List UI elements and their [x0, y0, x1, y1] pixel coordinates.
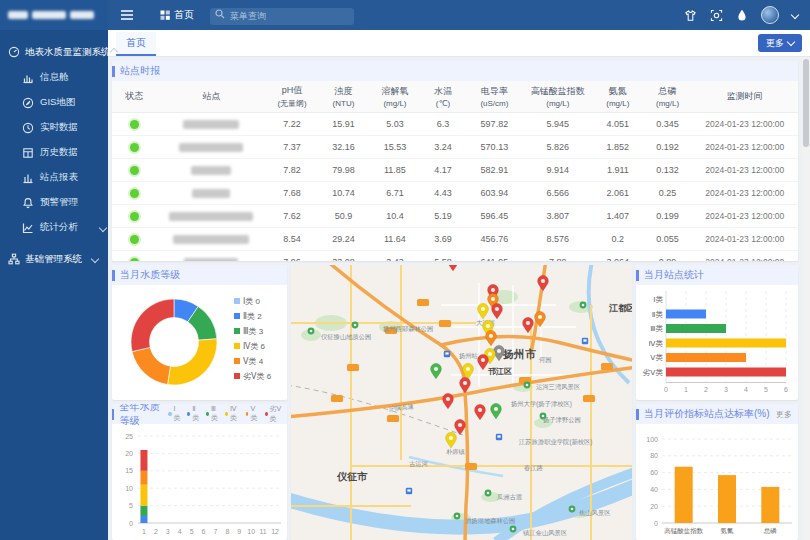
compliance-chart: 020406080100高锰酸盐指数氨氮总磷 [636, 424, 798, 538]
table-cell: 5.826 [524, 136, 593, 159]
table-cell: 7.62 [266, 205, 317, 228]
map-poi-label: 润扬湿地森林公园 [465, 517, 515, 525]
table-cell: 4.17 [421, 159, 466, 182]
table-cell: 10.4 [369, 205, 420, 228]
logo-redacted-block [70, 11, 94, 19]
table-cell: 33.08 [318, 251, 369, 262]
table-cell: 15.53 [369, 136, 420, 159]
monitor-time-cell: 2024-01-23 12:00:00 [692, 136, 798, 159]
park-poi-icon [524, 382, 531, 389]
table-row: 7.9633.083.435.58641.957.893.0640.892024… [112, 251, 798, 262]
monitor-time-cell: 2024-01-23 12:00:00 [692, 205, 798, 228]
sidebar-group-surface-water-system[interactable]: 地表水质量监测系统 [0, 39, 108, 65]
table-cell: 596.45 [465, 205, 523, 228]
svg-text:5: 5 [129, 502, 133, 509]
stack-segment-Ⅲ类[interactable] [140, 506, 147, 516]
app-logo [0, 0, 108, 30]
svg-text:Ⅴ类: Ⅴ类 [650, 353, 663, 362]
donut-slice-Ⅳ类[interactable] [168, 339, 217, 385]
sidebar-item-实时数据[interactable]: 实时数据 [0, 115, 108, 140]
stack-segment-Ⅳ类[interactable] [140, 485, 147, 506]
sidebar-item-预警管理[interactable]: 预警管理 [0, 190, 108, 215]
monitor-time-cell: 2024-01-23 12:00:00 [692, 113, 798, 136]
sidebar-item-统计分析[interactable]: 统计分析 [0, 215, 108, 240]
panel-title-bar: 站点时报 [112, 61, 798, 81]
hbar-Ⅲ类[interactable] [666, 324, 726, 333]
transport-poi-icon [582, 338, 588, 344]
transport-poi-icon [496, 434, 502, 440]
city-map[interactable]: 仪征捺山地质公园扬州西部森林公园大运河何园运河三湾风景区扬州大学(扬子津校区)扬… [291, 265, 632, 540]
table-cell: 0.345 [644, 113, 692, 136]
sidebar-group-base-management[interactable]: 基础管理系统 [0, 246, 108, 272]
hbar-Ⅱ类[interactable] [666, 310, 706, 319]
station-name-redacted [179, 143, 243, 152]
legend-label: Ⅰ类 0 [243, 297, 261, 306]
legend-swatch [234, 298, 240, 304]
tab-home[interactable]: 首页 [116, 32, 156, 56]
stack-segment-Ⅴ类[interactable] [140, 471, 147, 485]
map-poi-label: 焦山风景区 [579, 509, 611, 517]
legend-swatch [234, 358, 240, 364]
svg-text:总磷: 总磷 [763, 527, 778, 534]
sitemap-icon [8, 253, 20, 265]
screenshot-icon[interactable] [710, 9, 723, 22]
panel-title: 当月水质等级 [120, 268, 180, 282]
hbar-Ⅴ类[interactable] [666, 353, 746, 362]
table-cell: 0.055 [644, 228, 692, 251]
chevron-down-icon [99, 223, 107, 231]
svg-text:80: 80 [650, 452, 658, 459]
park-poi-icon [580, 302, 587, 309]
table-cell: 3.69 [421, 228, 466, 251]
scrollbar-thumb[interactable] [803, 59, 809, 147]
table-cell: 5.945 [524, 113, 593, 136]
annual-grade-panel: 全年水质等级 Ⅰ类Ⅱ类Ⅲ类Ⅳ类Ⅴ类劣Ⅴ类 0510152025123456789… [112, 404, 287, 540]
station-name-redacted [184, 258, 238, 261]
hamburger-menu-icon[interactable] [120, 9, 134, 21]
table-cell: 5.58 [421, 251, 466, 262]
table-cell: 4.43 [421, 182, 466, 205]
svg-text:12: 12 [271, 528, 279, 535]
map-panel[interactable]: 仪征捺山地质公园扬州西部森林公园大运河何园运河三湾风景区扬州大学(扬子津校区)扬… [291, 265, 632, 540]
hbar-劣Ⅴ类[interactable] [666, 368, 786, 377]
compliance-bar-高锰酸盐指数[interactable] [675, 467, 693, 523]
sidebar-item-站点报表[interactable]: 站点报表 [0, 165, 108, 190]
table-cell: 3.43 [369, 251, 420, 262]
chevron-down-icon [787, 38, 795, 46]
sidebar-item-信息舱[interactable]: 信息舱 [0, 65, 108, 90]
theme-shirt-icon[interactable] [684, 9, 697, 22]
svg-text:0: 0 [129, 520, 133, 527]
breadcrumb-home[interactable]: 首页 [160, 8, 194, 22]
more-button[interactable]: 更多 [758, 34, 802, 52]
donut-slice-劣Ⅴ类[interactable] [131, 299, 174, 352]
compliance-more-link[interactable]: 更多 [776, 409, 792, 420]
svg-text:8: 8 [225, 528, 229, 535]
donut-slice-Ⅴ类[interactable] [132, 347, 170, 384]
legend-label: Ⅳ类 6 [243, 342, 266, 351]
menu-search-input[interactable] [210, 8, 354, 25]
map-city-label: 仪征市 [336, 471, 368, 482]
chevron-down-icon[interactable] [791, 11, 799, 19]
stack-segment-劣Ⅴ类[interactable] [140, 450, 147, 471]
table-cell: 6.3 [421, 113, 466, 136]
status-dot-normal [130, 166, 139, 175]
table-row: 8.5429.2411.643.69456.768.5760.20.055202… [112, 228, 798, 251]
hbar-Ⅳ类[interactable] [666, 339, 786, 348]
sidebar-item-GIS地图[interactable]: GIS地图 [0, 90, 108, 115]
stack-segment-Ⅱ类[interactable] [140, 516, 147, 523]
water-drop-icon[interactable] [736, 9, 748, 22]
column-header-状态: 状态 [112, 81, 157, 113]
sidebar-item-历史数据[interactable]: 历史数据 [0, 140, 108, 165]
table-cell: 7.89 [524, 251, 593, 262]
map-poi-label: 何园 [539, 356, 552, 364]
status-dot-normal [130, 189, 139, 198]
table-cell: 15.91 [318, 113, 369, 136]
compliance-bar-氨氮[interactable] [718, 475, 736, 523]
status-dot-normal [130, 120, 139, 129]
table-cell: 0.2 [592, 228, 643, 251]
station-name-redacted [192, 189, 230, 198]
monthly-grade-donut-chart: Ⅰ类 0Ⅱ类 2Ⅲ类 3Ⅳ类 6Ⅴ类 4劣Ⅴ类 6 [112, 285, 287, 397]
legend-item: Ⅱ类 [187, 405, 200, 423]
search-icon [215, 9, 225, 19]
user-avatar[interactable] [761, 6, 779, 24]
compliance-bar-总磷[interactable] [761, 487, 779, 523]
